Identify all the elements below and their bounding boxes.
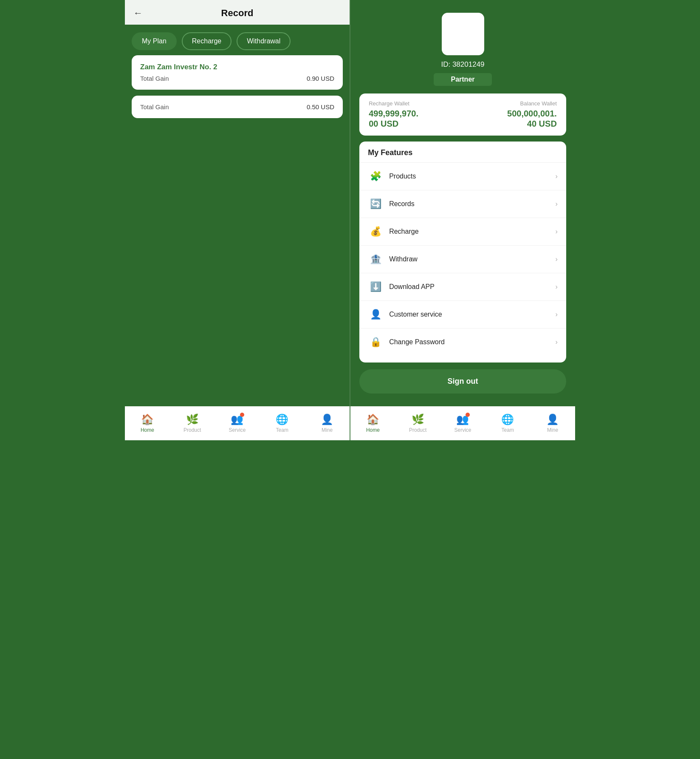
service-badge-right [466,413,470,417]
right-screen: ID: 38201249 Partner Recharge Wallet 499… [350,0,575,440]
record-card-1: Zam Zam Investr No. 2 Total Gain 0.90 US… [132,55,343,90]
features-title: My Features [359,148,566,163]
page-title: Record [221,8,254,19]
mine-icon-right: 👤 [546,413,559,425]
chevron-download-app: › [556,283,558,291]
balance-wallet-label: Balance Wallet [507,100,557,107]
partner-badge: Partner [434,73,491,86]
bottom-nav-left: 🏠 Home 🌿 Product 👥 Service 🌐 Team 👤 [125,406,350,440]
avatar [442,13,484,55]
wallet-card: Recharge Wallet 499,999,970. 00 USD Bala… [359,93,566,136]
team-icon-right: 🌐 [501,413,514,425]
nav-team-right[interactable]: 🌐 Team [485,406,530,440]
home-icon-right: 🏠 [367,413,379,425]
nav-product-label-right: Product [409,427,426,433]
chevron-withdraw: › [556,255,558,263]
recharge-wallet: Recharge Wallet 499,999,970. 00 USD [369,100,418,129]
product-icon-right: 🌿 [412,413,424,425]
feature-products-label: Products [389,173,555,180]
feature-withdraw-label: Withdraw [389,255,555,263]
nav-service-left[interactable]: 👥 Service [215,406,260,440]
feature-download-app-label: Download APP [389,283,555,291]
nav-service-right[interactable]: 👥 Service [440,406,485,440]
signout-button[interactable]: Sign out [359,369,566,394]
nav-home-label-left: Home [141,427,154,433]
feature-recharge-label: Recharge [389,228,555,235]
back-button[interactable]: ← [133,8,143,19]
download-app-icon: ⬇️ [368,279,383,295]
gain-label-2: Total Gain [140,103,169,110]
customer-service-icon: 👤 [368,307,383,322]
feature-records[interactable]: 🔄 Records › [359,190,566,218]
feature-change-password-label: Change Password [389,338,555,346]
change-password-icon: 🔒 [368,334,383,350]
nav-home-left[interactable]: 🏠 Home [125,406,170,440]
nav-home-label-right: Home [366,427,380,433]
record-row-2: Total Gain 0.50 USD [140,103,334,110]
app-container: ← Record My Plan Recharge Withdrawal Zam… [125,0,575,440]
record-row-1: Total Gain 0.90 USD [140,75,334,82]
chevron-customer-service: › [556,311,558,318]
user-id: ID: 38201249 [441,60,484,69]
chevron-recharge: › [556,228,558,235]
features-card: My Features 🧩 Products › 🔄 Records › 💰 R… [359,142,566,363]
records-list: Zam Zam Investr No. 2 Total Gain 0.90 US… [125,55,350,440]
service-icon-left: 👥 [231,413,243,425]
nav-mine-left[interactable]: 👤 Mine [305,406,350,440]
nav-team-label-right: Team [502,427,514,433]
balance-wallet-amount: 500,000,001. 40 USD [507,108,557,129]
feature-recharge[interactable]: 💰 Recharge › [359,218,566,246]
feature-withdraw[interactable]: 🏦 Withdraw › [359,246,566,273]
products-icon: 🧩 [368,169,383,184]
service-badge-left [240,413,244,417]
nav-product-left[interactable]: 🌿 Product [170,406,215,440]
balance-wallet: Balance Wallet 500,000,001. 40 USD [507,100,557,129]
product-icon-left: 🌿 [186,413,199,425]
nav-mine-label-right: Mine [547,427,558,433]
bottom-nav-right: 🏠 Home 🌿 Product 👥 Service 🌐 Team 👤 [350,406,575,440]
records-icon: 🔄 [368,196,383,212]
feature-products[interactable]: 🧩 Products › [359,163,566,190]
nav-mine-label-left: Mine [322,427,333,433]
feature-records-label: Records [389,200,555,208]
service-icon-right: 👥 [456,413,469,425]
nav-product-label-left: Product [183,427,201,433]
feature-download-app[interactable]: ⬇️ Download APP › [359,273,566,301]
gain-value-1: 0.90 USD [307,75,334,82]
nav-mine-right[interactable]: 👤 Mine [530,406,575,440]
recharge-wallet-amount: 499,999,970. 00 USD [369,108,418,129]
nav-team-left[interactable]: 🌐 Team [260,406,305,440]
gain-value-2: 0.50 USD [307,103,334,110]
record-header: ← Record [125,0,350,25]
team-icon-left: 🌐 [276,413,288,425]
record-card-2: Total Gain 0.50 USD [132,96,343,118]
tab-withdrawal[interactable]: Withdrawal [237,32,291,50]
tab-recharge[interactable]: Recharge [182,32,231,50]
tab-my-plan[interactable]: My Plan [132,32,177,50]
mine-icon-left: 👤 [321,413,333,425]
tab-bar: My Plan Recharge Withdrawal [125,25,350,55]
chevron-products: › [556,173,558,180]
left-screen: ← Record My Plan Recharge Withdrawal Zam… [125,0,350,440]
recharge-icon: 💰 [368,224,383,239]
nav-team-label-left: Team [276,427,288,433]
nav-product-right[interactable]: 🌿 Product [395,406,440,440]
home-icon-left: 🏠 [141,413,154,425]
nav-service-label-left: Service [229,427,246,433]
right-content: ID: 38201249 Partner Recharge Wallet 499… [350,0,575,440]
nav-service-label-right: Service [454,427,471,433]
feature-customer-service[interactable]: 👤 Customer service › [359,301,566,329]
chevron-change-password: › [556,338,558,346]
feature-change-password[interactable]: 🔒 Change Password › [359,329,566,356]
record-title-1: Zam Zam Investr No. 2 [140,63,334,71]
nav-home-right[interactable]: 🏠 Home [350,406,395,440]
withdraw-icon: 🏦 [368,252,383,267]
chevron-records: › [556,200,558,208]
recharge-wallet-label: Recharge Wallet [369,100,418,107]
gain-label-1: Total Gain [140,75,169,82]
feature-customer-service-label: Customer service [389,311,555,318]
